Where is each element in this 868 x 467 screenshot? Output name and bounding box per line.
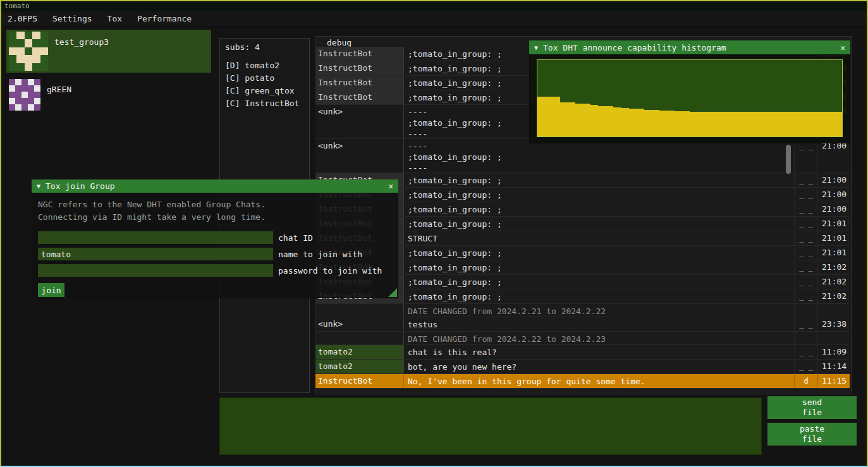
histogram-bar (568, 102, 575, 136)
chat-timestamp: 11:14 (817, 360, 850, 373)
histogram-bar (590, 105, 598, 136)
chat-timestamp: 11:09 (817, 345, 850, 359)
chat-timestamp: 21:01 (817, 217, 850, 231)
send-file-button[interactable]: send file (767, 396, 857, 419)
histogram-bar (812, 112, 819, 136)
histogram-bar (606, 106, 613, 136)
chat-message-row[interactable]: <unk>testus_ _23:38 (315, 317, 850, 332)
histogram-bar (560, 102, 568, 136)
chat-id-input[interactable] (38, 231, 273, 244)
dht-histogram-plot (537, 59, 843, 137)
chat-sender: InstructBot (315, 374, 404, 388)
histogram-bar (637, 109, 644, 136)
chat-message-row[interactable]: tomato2chat is this real?_ _11:09 (315, 345, 850, 360)
chat-timestamp: 23:38 (817, 317, 850, 331)
histogram-bar (766, 112, 773, 136)
collapse-arrow-icon[interactable]: ▼ (534, 44, 538, 51)
histogram-bar (697, 112, 705, 136)
chat-sender: <unk> (315, 317, 404, 331)
group-list-item[interactable]: gREEN (6, 77, 211, 112)
chat-sender: InstructBot (315, 61, 404, 75)
collapse-arrow-icon[interactable]: ▼ (37, 183, 40, 190)
chat-flags: _ _ (794, 173, 817, 187)
subs-items: [D] tomato2[C] potato[C] green_qtox[C] I… (225, 59, 304, 110)
chat-flags: _ _ (794, 317, 817, 331)
chat-message: ;tomato_in_group: ; (404, 275, 794, 289)
chat-message: DATE CHANGED from 2024.2.22 to 2024.2.23 (404, 332, 794, 344)
chat-flags: _ _ (794, 289, 817, 303)
chat-message: ;tomato_in_group: ; (404, 173, 794, 187)
chat-flags: _ _ (794, 246, 817, 260)
chat-flags: _ _ (794, 139, 817, 173)
chat-timestamp: 21:00 (817, 173, 850, 187)
group-avatar (9, 32, 48, 71)
chat-timestamp: 21:01 (817, 231, 850, 245)
histogram-bar (827, 112, 834, 136)
menu-settings[interactable]: Settings (45, 11, 100, 26)
subs-list-item[interactable]: [D] tomato2 (225, 59, 304, 72)
chat-flags: _ _ (794, 188, 817, 202)
chat-message-row[interactable]: InstructBotNo, I've been in this group f… (315, 374, 850, 389)
chat-flags: _ _ (794, 360, 817, 373)
histogram-bar (553, 97, 560, 136)
close-icon[interactable]: ✕ (840, 43, 845, 52)
menu-performance[interactable]: Performance (130, 11, 199, 26)
join-password-input[interactable] (38, 264, 273, 277)
histogram-bar (781, 112, 789, 136)
resize-grip[interactable] (388, 288, 397, 297)
chat-sender: tomato2 (315, 345, 404, 359)
chat-date-row: DATE CHANGED from 2024.2.22 to 2024.2.23 (315, 332, 850, 345)
chat-message: ;tomato_in_group: ; (404, 246, 794, 260)
chat-message: DATE CHANGED from 2024.2.21 to 2024.2.22 (404, 304, 794, 317)
chat-date-row: DATE CHANGED from 2024.2.21 to 2024.2.22 (315, 304, 850, 317)
chat-timestamp: 21:01 (817, 246, 850, 260)
group-avatar (9, 79, 40, 111)
chat-message-row[interactable]: <unk>----;tomato_in_group: ;----_ _21:00 (315, 139, 850, 173)
histogram-bar (712, 112, 720, 136)
chat-sender: <unk> (315, 105, 404, 138)
chat-header: debug (327, 38, 351, 47)
chat-sender (315, 304, 404, 317)
chat-flags (794, 304, 817, 317)
message-input[interactable] (219, 397, 762, 455)
chat-flags: _ _ (794, 202, 817, 216)
histogram-bar (728, 112, 735, 136)
paste-file-button[interactable]: paste file (767, 423, 857, 446)
dht-histogram-titlebar[interactable]: ▼ Tox DHT announce capability histogram … (529, 40, 850, 54)
subs-list-item[interactable]: [C] InstructBot (225, 97, 304, 110)
join-group-titlebar[interactable]: ▼ Tox join Group ✕ (32, 179, 398, 193)
group-list-item[interactable]: test_group3 (6, 30, 211, 73)
join-name-input[interactable] (38, 248, 273, 260)
subs-list-item[interactable]: [C] potato (225, 72, 304, 85)
histogram-bar (629, 109, 637, 136)
chat-message: STRUCT (404, 231, 794, 245)
close-icon[interactable]: ✕ (388, 181, 393, 191)
subs-header: subs: 4 (225, 42, 304, 52)
chat-flags: _ _ (794, 217, 817, 231)
os-titlebar[interactable]: tomato (1, 1, 867, 11)
histogram-bar (545, 97, 553, 136)
group-label: gREEN (47, 85, 71, 94)
chat-flags (794, 332, 817, 344)
chat-sender: InstructBot (315, 47, 404, 61)
chat-flags: _ _ (794, 260, 817, 274)
join-group-title: Tox join Group (46, 181, 115, 191)
menu-tox[interactable]: Tox (100, 11, 130, 26)
group-label: test_group3 (54, 37, 109, 47)
chat-message-row[interactable]: tomato2bot, are you new here?_ _11:14 (315, 360, 850, 374)
join-button[interactable]: join (38, 283, 64, 297)
window-title: tomato (4, 2, 30, 10)
chat-message: No, I've been in this group for quite so… (404, 374, 794, 388)
histogram-bar (644, 110, 652, 136)
histogram-bar (652, 110, 659, 136)
chat-message: testus (404, 317, 794, 331)
chat-message: chat is this real? (404, 345, 794, 359)
chat-sender: tomato2 (315, 360, 404, 373)
histogram-bar (682, 111, 690, 136)
chat-flags: _ _ (794, 275, 817, 289)
app-window: tomato 2.0FPS SettingsToxPerformance tes… (0, 0, 868, 467)
chat-scrollbar[interactable] (786, 145, 791, 174)
chat-sender: InstructBot (315, 90, 404, 104)
subs-list-item[interactable]: [C] green_qtox (225, 85, 304, 97)
chat-timestamp: 21:00 (817, 202, 850, 216)
